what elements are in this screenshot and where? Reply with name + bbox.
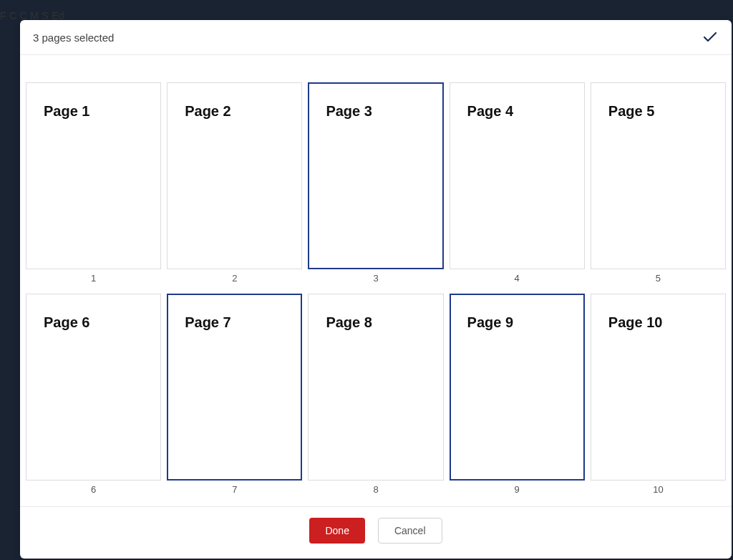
page-cell: Page 1 1 [26,82,161,288]
page-index-label: 4 [515,273,520,284]
page-cell: Page 4 4 [450,82,585,288]
page-thumbnail[interactable]: Page 8 [308,294,443,481]
page-index-label: 7 [232,484,237,495]
selection-count-label: 3 pages selected [33,32,114,44]
page-thumbnail-label: Page 2 [185,103,301,120]
cancel-button[interactable]: Cancel [378,518,442,544]
page-thumbnail-label: Page 8 [326,314,442,331]
page-cell: Page 7 7 [167,294,302,499]
page-thumbnail-label: Page 9 [467,314,583,331]
page-cell: Page 8 8 [308,294,443,499]
page-thumbnail[interactable]: Page 9 [450,294,585,481]
page-thumbnail[interactable]: Page 1 [26,82,161,269]
page-index-label: 1 [91,273,96,284]
page-thumbnail-label: Page 4 [467,103,584,120]
page-cell: Page 6 6 [26,294,161,499]
page-cell: Page 10 10 [591,294,726,499]
page-thumbnail[interactable]: Page 3 [308,82,443,269]
modal-header: 3 pages selected [20,20,732,55]
page-thumbnail[interactable]: Page 4 [450,82,585,269]
page-thumbnail-label: Page 3 [326,103,442,120]
modal-footer: Done Cancel [20,506,732,559]
page-cell: Page 3 3 [308,82,443,288]
page-index-label: 6 [91,484,96,495]
page-thumbnail[interactable]: Page 2 [167,82,302,269]
confirm-check-icon[interactable] [702,29,719,46]
page-index-label: 3 [373,273,378,284]
pages-grid: Page 1 1 Page 2 2 Page 3 3 Page 4 4 Page… [20,55,732,506]
page-thumbnail-label: Page 5 [608,103,725,120]
page-index-label: 9 [515,484,520,495]
page-thumbnail[interactable]: Page 5 [591,82,726,269]
page-thumbnail-label: Page 10 [608,314,725,331]
page-index-label: 8 [373,484,378,495]
page-cell: Page 2 2 [167,82,302,288]
page-thumbnail-label: Page 6 [44,314,160,331]
page-cell: Page 9 9 [450,294,585,499]
page-index-label: 5 [656,273,661,284]
page-thumbnail[interactable]: Page 6 [26,294,161,481]
page-thumbnail-label: Page 1 [44,103,160,120]
page-index-label: 10 [653,484,663,495]
page-index-label: 2 [232,273,237,284]
page-cell: Page 5 5 [591,82,726,288]
page-thumbnail[interactable]: Page 10 [591,294,726,481]
done-button[interactable]: Done [309,518,364,544]
page-selection-modal: 3 pages selected Page 1 1 Page 2 2 Page … [20,20,732,559]
page-thumbnail-label: Page 7 [185,314,301,331]
page-thumbnail[interactable]: Page 7 [167,294,302,481]
